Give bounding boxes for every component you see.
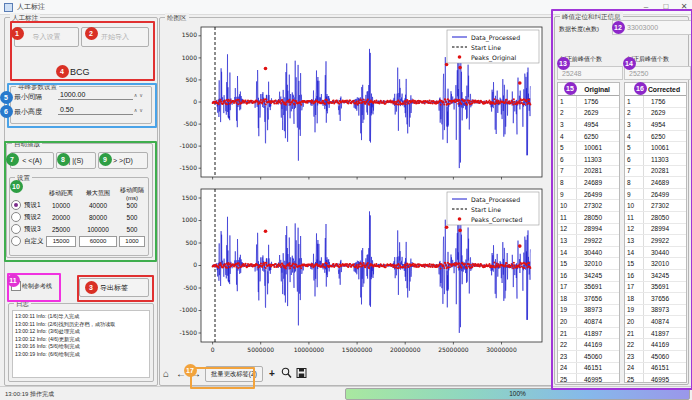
table-row[interactable]: 1027302: [625, 200, 686, 212]
svg-text:1000: 1000: [182, 54, 197, 61]
svg-text:Peaks_Original: Peaks_Original: [471, 54, 517, 62]
autoplay-back-button[interactable]: < <(A): [10, 152, 54, 169]
export-labels-button[interactable]: 导出标签: [79, 278, 149, 297]
start-import-button[interactable]: 开始导入: [81, 27, 149, 47]
table-row[interactable]: 1228994: [558, 224, 619, 236]
preset-row: 预设22000080000500: [11, 211, 145, 223]
home-icon[interactable]: ⌂: [160, 367, 172, 381]
table-row[interactable]: 824689: [558, 177, 619, 189]
table-row[interactable]: 2040874: [625, 316, 686, 328]
log-output[interactable]: 13:00:11 Info: (1/6)导入完成13:00:11 Info: (…: [12, 310, 150, 378]
min-interval-value[interactable]: 1000.00: [58, 90, 133, 100]
import-settings-button[interactable]: 导入设置: [14, 27, 79, 47]
table-row[interactable]: 2546995: [558, 374, 619, 383]
custom-value-input[interactable]: 1000: [119, 236, 145, 247]
table-row[interactable]: 1634245: [558, 270, 619, 282]
table-row[interactable]: 1735691: [558, 282, 619, 294]
min-height-spinbox[interactable]: 0.50 ∧ ∨: [58, 104, 144, 116]
svg-text:Peaks_Corrected: Peaks_Corrected: [471, 216, 522, 224]
spin-down-icon[interactable]: ∨: [138, 107, 144, 113]
preset-label: 预设3: [24, 225, 41, 234]
svg-text:30000000: 30000000: [486, 346, 517, 353]
table-row[interactable]: 46250: [558, 131, 619, 143]
save-icon[interactable]: [296, 367, 308, 381]
svg-text:10000000: 10000000: [294, 346, 325, 353]
app-icon: [4, 3, 13, 12]
batch-edit-labels-button[interactable]: 批量更改标签(Z): [205, 366, 263, 382]
table-row[interactable]: 1128050: [558, 212, 619, 224]
table-row[interactable]: 1735691: [625, 282, 686, 294]
table-row[interactable]: 2141897: [558, 328, 619, 340]
table-row[interactable]: 1634245: [625, 270, 686, 282]
table-row[interactable]: 2244169: [625, 339, 686, 351]
autoplay-group-title: 自动播放: [12, 139, 42, 148]
signal-type-label: BCG: [70, 67, 90, 77]
table-row[interactable]: 720281: [625, 166, 686, 178]
corrected-peaks-table[interactable]: Corrected 117562262934954462505100616113…: [624, 82, 687, 383]
table-row[interactable]: 1430440: [625, 247, 686, 259]
table-row[interactable]: 34954: [558, 119, 619, 131]
custom-value-input[interactable]: 60000: [79, 236, 117, 247]
spin-down-icon[interactable]: ∨: [138, 92, 144, 98]
table-row[interactable]: 1228994: [625, 224, 686, 236]
autoplay-forward-button[interactable]: > >(D): [98, 152, 148, 169]
table-row[interactable]: 510061: [558, 142, 619, 154]
table-row[interactable]: 1430440: [558, 247, 619, 259]
preset-radio-1[interactable]: [11, 200, 21, 210]
autoplay-pause-button[interactable]: | |(S): [56, 152, 96, 169]
table-row[interactable]: 22629: [625, 108, 686, 120]
zoom-icon[interactable]: [281, 367, 293, 381]
table-row[interactable]: 1532010: [558, 258, 619, 270]
svg-text:0: 0: [193, 261, 197, 268]
table-row[interactable]: 2040874: [558, 316, 619, 328]
table-row[interactable]: 720281: [558, 166, 619, 178]
forward-icon[interactable]: →: [190, 367, 202, 381]
table-row[interactable]: 1532010: [625, 258, 686, 270]
svg-text:1500: 1500: [182, 194, 197, 201]
table-row[interactable]: 1329922: [558, 235, 619, 247]
table-row[interactable]: 1128050: [625, 212, 686, 224]
table-row[interactable]: 22629: [558, 108, 619, 120]
preset-radio-4[interactable]: [11, 236, 21, 246]
signal-chart-corrected[interactable]: 150010005000-500-1000-150005000000100000…: [165, 184, 547, 358]
svg-text:Start Line: Start Line: [471, 44, 501, 51]
table-row[interactable]: 11756: [558, 96, 619, 108]
table-row[interactable]: 926499: [558, 189, 619, 201]
table-row[interactable]: 1837656: [625, 293, 686, 305]
original-peaks-table[interactable]: Original 1175622629349544625051006161130…: [557, 82, 620, 383]
table-row[interactable]: 2345060: [558, 351, 619, 363]
table-row[interactable]: 1329922: [625, 235, 686, 247]
table-row[interactable]: 1837656: [558, 293, 619, 305]
pan-icon[interactable]: +: [266, 367, 278, 381]
preset-radio-2[interactable]: [11, 212, 21, 222]
table-row[interactable]: 46250: [625, 131, 686, 143]
min-interval-spinbox[interactable]: 1000.00 ∧ ∨: [58, 89, 144, 101]
custom-value-input[interactable]: 15000: [46, 236, 76, 247]
signal-chart-original[interactable]: 150010005000-500-1000-1500Data_Processed…: [165, 22, 547, 182]
table-row[interactable]: 611303: [625, 154, 686, 166]
table-row[interactable]: 1938973: [558, 305, 619, 317]
maximize-button[interactable]: □: [658, 0, 674, 14]
table-row[interactable]: 1938973: [625, 305, 686, 317]
svg-text:-500: -500: [183, 120, 197, 127]
table-row[interactable]: 824689: [625, 177, 686, 189]
table-row[interactable]: 1027302: [558, 200, 619, 212]
table-row[interactable]: 2141897: [625, 328, 686, 340]
table-row[interactable]: 2345060: [625, 351, 686, 363]
svg-text:5000000: 5000000: [247, 346, 274, 353]
close-button[interactable]: ✕: [676, 0, 692, 14]
table-row[interactable]: 926499: [625, 189, 686, 201]
reference-line-checkbox[interactable]: [11, 281, 21, 291]
table-row[interactable]: 611303: [558, 154, 619, 166]
preset-radio-3[interactable]: [11, 224, 21, 234]
table-row[interactable]: 2446151: [558, 363, 619, 375]
table-row[interactable]: 34954: [625, 119, 686, 131]
table-row[interactable]: 510061: [625, 142, 686, 154]
table-row[interactable]: 2546995: [625, 374, 686, 383]
table-row[interactable]: 2244169: [558, 339, 619, 351]
minimize-button[interactable]: –: [638, 0, 654, 14]
min-height-value[interactable]: 0.50: [58, 105, 133, 115]
table-row[interactable]: 11756: [625, 96, 686, 108]
table-row[interactable]: 2446151: [625, 363, 686, 375]
back-icon[interactable]: ←: [175, 367, 187, 381]
